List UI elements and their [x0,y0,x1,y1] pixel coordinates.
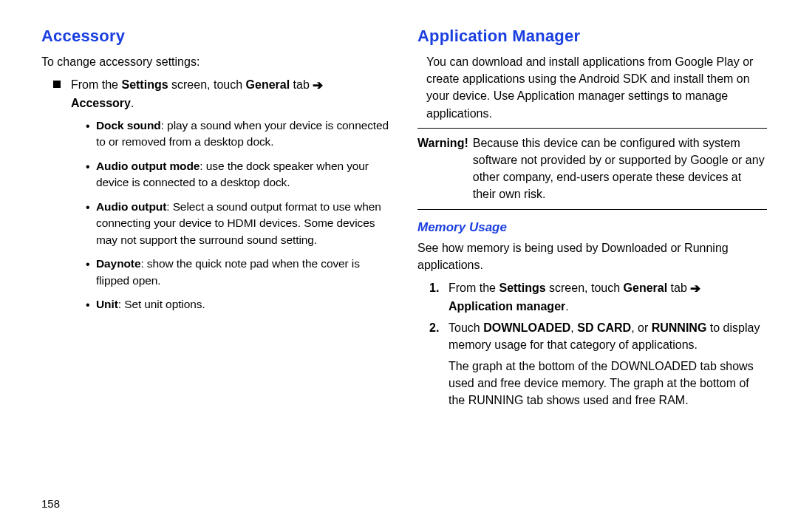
step-number: 2. [429,319,449,353]
list-item: Audio output: Select a sound output form… [86,199,391,248]
divider [417,128,767,129]
option-desc: : Set unit options. [118,298,205,310]
warning-text: Because this device can be configured wi… [473,134,767,203]
option-name: Unit [96,298,118,310]
settings-label: Settings [121,78,168,91]
running-label: RUNNING [652,321,707,334]
list-item: Dock sound: play a sound when your devic… [86,117,391,151]
text: , or [631,321,652,334]
app-manager-intro: You can download and install application… [426,53,767,122]
general-label: General [624,282,668,294]
settings-label: Settings [499,282,545,294]
app-manager-heading: Application Manager [417,27,767,46]
list-item: Daynote: show the quick note pad when th… [86,256,391,289]
accessory-heading: Accessory [41,27,391,46]
accessory-intro: To change accessory settings: [41,53,391,70]
text: . [565,300,568,313]
step-1-text: From the Settings screen, touch General … [449,279,700,315]
page-number: 158 [41,497,60,510]
option-name: Dock sound [96,119,161,132]
step-2: 2. Touch DOWNLOADED, SD CARD, or RUNNING… [429,319,767,353]
memory-usage-heading: Memory Usage [417,220,767,235]
sdcard-label: SD CARD [577,321,631,334]
text: From the [71,78,121,91]
option-name: Daynote [96,257,140,270]
manual-page: Accessory To change accessory settings: … [0,0,798,532]
general-label: General [246,78,290,91]
app-manager-label: Application manager [449,300,565,313]
arrow-icon: ➔ [313,77,323,95]
accessory-nav-text: From the Settings screen, touch General … [71,76,323,112]
step-2-text: Touch DOWNLOADED, SD CARD, or RUNNING to… [449,319,767,353]
step-1: 1. From the Settings screen, touch Gener… [429,279,767,315]
right-column: Application Manager You can download and… [417,27,767,409]
two-column-layout: Accessory To change accessory settings: … [41,27,767,409]
accessory-label: Accessory [71,97,131,109]
text: tab [667,282,690,294]
left-column: Accessory To change accessory settings: … [41,27,391,409]
square-bullet-icon [53,81,61,88]
memory-usage-intro: See how memory is being used by Download… [417,239,767,273]
list-item: Audio output mode: use the dock speaker … [86,158,391,191]
text: screen, touch [168,78,246,91]
text: . [131,97,134,109]
divider [417,209,767,210]
warning-block: Warning! Because this device can be conf… [417,134,767,203]
downloaded-label: DOWNLOADED [483,321,570,334]
text: tab [290,78,313,91]
text: screen, touch [546,282,624,294]
text: Touch [449,321,483,334]
accessory-nav-step: From the Settings screen, touch General … [53,76,391,112]
list-item: Unit: Set unit options. [86,296,391,313]
option-name: Audio output [96,200,166,213]
step-2-continuation: The graph at the bottom of the DOWNLOADE… [449,358,767,409]
option-name: Audio output mode [96,160,200,172]
step-number: 1. [429,279,449,315]
warning-label: Warning! [417,134,468,203]
arrow-icon: ➔ [690,280,700,299]
accessory-options-list: Dock sound: play a sound when your devic… [86,117,391,313]
text: , [570,321,577,334]
text: From the [449,282,499,294]
